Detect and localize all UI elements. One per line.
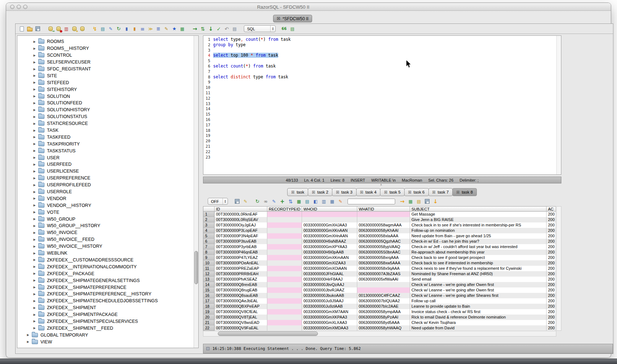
table-cell[interactable]: Re-approach about membership this year xyxy=(410,250,547,255)
expand-arrow-icon[interactable]: ▶ xyxy=(33,81,36,84)
copy-table-icon[interactable]: ▥ xyxy=(63,25,70,32)
table-cell[interactable]: 200 xyxy=(547,260,556,266)
editor-line[interactable]: 9 xyxy=(203,79,561,85)
table-cell[interactable]: Need update from Bain - gave go ahead 1/… xyxy=(410,233,547,239)
table-cell[interactable]: 006300000058x9qAAA xyxy=(357,266,410,271)
fetch-icon[interactable]: ↓ xyxy=(207,25,214,32)
table-row[interactable]: 400T3000000P3LopEAF0033000000GmXKnAAN006… xyxy=(203,228,556,233)
table-cell[interactable] xyxy=(267,282,302,287)
expand-arrow-icon[interactable]: ▶ xyxy=(33,135,36,139)
tree-item-user[interactable]: ▶USER xyxy=(17,154,198,161)
edit-record-icon[interactable]: ✎ xyxy=(271,198,277,205)
refresh-objects-icon[interactable]: ↻ xyxy=(115,25,122,32)
table-cell[interactable]: 0033000000GmXOiAAN xyxy=(302,266,357,271)
expand-arrow-icon[interactable]: ▶ xyxy=(33,252,36,255)
expand-arrow-icon[interactable]: ▶ xyxy=(33,265,36,268)
table-cell[interactable]: 200 xyxy=(547,320,556,325)
expand-arrow-icon[interactable]: ▶ xyxy=(33,238,36,241)
create-object-icon[interactable]: + xyxy=(71,25,78,32)
table-cell[interactable]: 0033000000GmXKnAAN xyxy=(302,228,357,233)
table-cell[interactable]: 00T3000000P3tuvEAB xyxy=(215,239,267,244)
tree-item-solution[interactable]: ▶SOLUTION xyxy=(17,93,198,100)
table-cell[interactable]: 0013000000C4fFCAAZ xyxy=(357,293,410,298)
table-cell[interactable] xyxy=(267,233,302,239)
log-icon[interactable]: ▤ xyxy=(231,25,238,32)
help-book-icon[interactable]: ▮ xyxy=(131,25,138,32)
table-cell[interactable] xyxy=(267,304,302,309)
tree-item-w50-group-history[interactable]: ▶W50_GROUP__HISTORY xyxy=(17,222,198,229)
reload-table-icon[interactable]: ▦ xyxy=(295,198,302,205)
table-cell[interactable] xyxy=(267,315,302,320)
table-cell[interactable]: 00T3000000OiyJgEAJ xyxy=(215,222,267,228)
close-tab-icon[interactable]: ☒ xyxy=(456,190,459,194)
column-select-icon[interactable]: ▤ xyxy=(304,198,311,205)
table-cell[interactable] xyxy=(267,222,302,228)
editor-line[interactable]: 18 xyxy=(203,128,561,133)
table-cell[interactable]: 200 xyxy=(547,304,556,309)
table-cell[interactable]: 00630000005QgzhAAC xyxy=(357,239,410,244)
table-row[interactable]: 1100T3000000PREZaEAP0033000000GmXOiAAN00… xyxy=(203,266,556,271)
row-number[interactable]: 8 xyxy=(203,250,215,255)
table-cell[interactable] xyxy=(267,250,302,255)
expand-arrow-icon[interactable]: ▶ xyxy=(33,95,36,98)
favorites-icon[interactable]: ★ xyxy=(171,25,178,32)
row-limit-select[interactable]: OFF ▲▼ xyxy=(208,198,228,205)
rollback-icon[interactable]: ↶ xyxy=(223,25,230,32)
close-tab-icon[interactable]: ☒ xyxy=(291,190,294,194)
table-cell[interactable]: Check w/ Leanne - we're going after Owen… xyxy=(410,287,547,293)
row-number[interactable]: 5 xyxy=(203,233,215,239)
table-row[interactable]: 600T3000000P3tuvEAB0033000000H9aNBAAZ006… xyxy=(203,239,556,244)
expand-arrow-icon[interactable]: ▶ xyxy=(33,224,36,228)
expand-arrow-icon[interactable]: ▶ xyxy=(33,108,36,112)
editor-line[interactable]: 4select top 100 * from task xyxy=(203,53,561,58)
table-cell[interactable]: 0033000000GmXHnAAN xyxy=(302,233,357,239)
table-cell[interactable]: 200 xyxy=(547,244,556,250)
tree-item-site[interactable]: ▶SITE xyxy=(17,72,198,79)
table-cell[interactable]: Nominated by Shane Freeman at ANZ (HR50) xyxy=(410,271,547,277)
table-cell[interactable] xyxy=(302,212,357,217)
table-cell[interactable] xyxy=(267,271,302,277)
tree-item-vendor[interactable]: ▶VENDOR xyxy=(17,195,198,202)
tree-item-taskfeed[interactable]: ▶TASKFEED xyxy=(17,134,198,140)
table-cell[interactable]: 200 xyxy=(547,217,556,222)
expand-arrow-icon[interactable]: ▶ xyxy=(33,258,36,261)
table-cell[interactable]: 00T3000000Q8sauEAB xyxy=(215,293,267,298)
tree-item-solutionfeed[interactable]: ▶SOLUTIONFEED xyxy=(17,100,198,107)
table-cell[interactable] xyxy=(357,217,410,222)
format-icon[interactable]: ≣ xyxy=(155,25,162,32)
close-tab-icon[interactable]: ☒ xyxy=(360,190,363,194)
editor-line[interactable]: 10 xyxy=(203,85,561,90)
table-cell[interactable]: Check back to see if good target prospec… xyxy=(410,255,547,260)
tree-item-userrole[interactable]: ▶USERROLE xyxy=(17,188,198,195)
row-number[interactable]: 12 xyxy=(203,271,215,277)
tree-item-w50-invoice-feed[interactable]: ▶W50_INVOICE__FEED xyxy=(17,236,198,243)
export-table-icon[interactable]: ▦ xyxy=(407,198,414,205)
expand-arrow-icon[interactable]: ▶ xyxy=(33,272,36,275)
results-tab-task-3[interactable]: ☒task 3 xyxy=(332,188,357,196)
table-cell[interactable]: 0033000000JbukoAAB xyxy=(302,293,357,298)
view-records-icon[interactable]: ∞ xyxy=(262,198,269,205)
database-icon[interactable] xyxy=(79,25,86,32)
table-cell[interactable] xyxy=(267,255,302,260)
table-cell[interactable]: Check-in w/ Jeff - couldn't afford last … xyxy=(410,244,547,250)
table-row[interactable]: 300T3000000OiyJgEAJ0033000000GmXHJAA3006… xyxy=(203,222,556,228)
tree-item-vendor-history[interactable]: ▶VENDOR__HISTORY xyxy=(17,202,198,209)
table-search-icon[interactable]: ▦ xyxy=(179,25,186,32)
table-cell[interactable] xyxy=(267,309,302,315)
table-cell[interactable]: 00T3000000QAeJbEAL xyxy=(215,298,267,304)
row-number[interactable]: 11 xyxy=(203,266,215,271)
tree-item-zkfedex-shipment-feed[interactable]: ▶ZKFEDEX__SHIPMENT__FEED xyxy=(17,325,198,332)
table-cell[interactable] xyxy=(357,282,410,287)
refresh-results-icon[interactable]: ↻ xyxy=(254,198,261,205)
column-header-recordtypeid[interactable]: RECORDTYPEID xyxy=(267,206,302,212)
table-cell[interactable]: 200 xyxy=(547,250,556,255)
table-cell[interactable]: Send email xyxy=(410,277,547,282)
table-row[interactable]: 200T3000000L0RqSEAVGive Jenn a BIG RAISE… xyxy=(203,217,556,222)
table-cell[interactable]: 0033000000GmXMDAA3 xyxy=(302,325,357,331)
table-cell[interactable]: Check-in w/ Ed - can he join this year? xyxy=(410,239,547,244)
row-number[interactable]: 2 xyxy=(203,217,215,222)
tree-item-zkfedex-shipment[interactable]: ▶ZKFEDEX__SHIPMENT xyxy=(17,304,198,311)
editor-line[interactable]: 11 xyxy=(203,90,561,96)
editor-line[interactable]: 15 xyxy=(203,112,561,117)
expand-arrow-icon[interactable]: ▶ xyxy=(33,299,36,303)
